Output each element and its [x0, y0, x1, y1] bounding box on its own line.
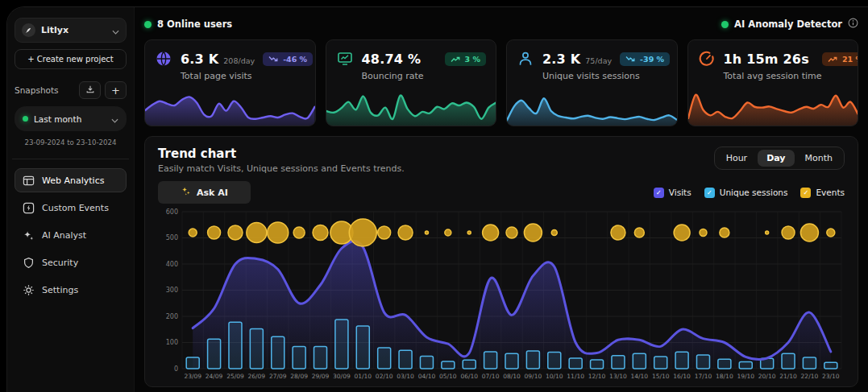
sidebar-item-settings[interactable]: Settings	[15, 278, 127, 302]
lightning-icon	[22, 201, 35, 214]
svg-text:03/10: 03/10	[397, 373, 414, 380]
chevron-down-icon	[111, 111, 118, 126]
legend-events[interactable]: ✓Events	[800, 188, 845, 198]
trend-up-icon	[828, 56, 838, 63]
ai-sparkle-icon	[181, 186, 191, 199]
svg-text:24/09: 24/09	[206, 373, 223, 380]
svg-text:23/09: 23/09	[184, 373, 201, 380]
svg-text:06/10: 06/10	[460, 373, 478, 380]
trend-up-icon	[451, 56, 461, 63]
snapshot-select[interactable]: Last month	[15, 106, 127, 131]
gear-icon	[22, 283, 35, 296]
trend-chart-title: Trend chart	[158, 146, 405, 161]
sparkline-chart	[688, 84, 858, 126]
svg-text:12/10: 12/10	[588, 373, 606, 380]
snapshots-label: Snapshots	[15, 85, 75, 95]
svg-text:07/10: 07/10	[482, 373, 500, 380]
download-icon	[85, 85, 95, 96]
chart-legend: ✓Visits ✓Unique sessions ✓Events	[654, 188, 845, 198]
svg-text:20/10: 20/10	[758, 373, 776, 380]
monitor-icon	[336, 50, 354, 68]
trend-badge: 21 %	[822, 52, 858, 66]
svg-text:13/10: 13/10	[609, 373, 627, 380]
svg-text:25/09: 25/09	[226, 373, 244, 380]
stat-label: Unique visits sessions	[542, 71, 667, 81]
sidebar-item-label: Web Analytics	[42, 175, 104, 186]
trend-badge: -46 %	[263, 52, 313, 66]
stat-label: Total avg session time	[724, 71, 849, 81]
stat-value: 1h 15m 26s	[724, 52, 809, 67]
main-content: 8 Online users AI Anomaly Detector 6.3 K…	[135, 7, 868, 392]
info-icon[interactable]	[848, 18, 858, 31]
create-project-button[interactable]: + Create new project	[15, 49, 127, 69]
stat-rate: 208/day	[223, 56, 255, 65]
checkbox-icon: ✓	[654, 188, 664, 198]
stat-rate: 75/day	[585, 56, 612, 65]
svg-text:05/10: 05/10	[439, 373, 457, 380]
stat-value: 2.3 K	[542, 52, 580, 67]
checkbox-icon: ✓	[704, 188, 715, 198]
legend-visits[interactable]: ✓Visits	[654, 188, 691, 198]
sidebar-item-label: AI Analyst	[42, 230, 86, 241]
sidebar-item-label: Security	[42, 258, 78, 268]
svg-text:02/10: 02/10	[376, 373, 393, 380]
stat-label: Bouncing rate	[362, 71, 487, 81]
sparkline-chart	[145, 84, 315, 126]
svg-text:100: 100	[166, 339, 178, 346]
svg-text:21/10: 21/10	[779, 373, 797, 380]
trend-chart-subtitle: Easily match Visits, Unique sessions and…	[158, 163, 405, 174]
sidebar-item-ai-analyst[interactable]: AI Analyst	[15, 223, 127, 247]
online-dot-icon	[144, 21, 152, 28]
topbar: 8 Online users AI Anomaly Detector	[144, 17, 858, 31]
online-users: 8 Online users	[144, 19, 232, 30]
stat-cards-row: 6.3 K208/day -46 % Total page visits 48.…	[144, 39, 858, 126]
svg-text:09/10: 09/10	[525, 373, 542, 380]
stat-card-bouncing-rate: 48.74 % 3 % Bouncing rate	[326, 39, 497, 126]
shield-icon	[22, 256, 35, 269]
plus-icon: +	[111, 85, 120, 96]
svg-text:200: 200	[166, 313, 178, 320]
project-selector[interactable]: Litlyx	[15, 18, 127, 43]
svg-text:16/10: 16/10	[673, 373, 691, 380]
svg-text:27/09: 27/09	[269, 373, 287, 380]
trend-chart-card: Trend chart Easily match Visits, Unique …	[144, 136, 858, 387]
sidebar-item-web-analytics[interactable]: Web Analytics	[15, 168, 127, 192]
sidebar-item-security[interactable]: Security	[15, 250, 127, 274]
anomaly-dot-icon	[721, 21, 729, 28]
svg-text:11/10: 11/10	[567, 373, 584, 380]
ask-ai-button[interactable]: Ask AI	[158, 181, 251, 204]
tab-month[interactable]: Month	[796, 150, 841, 167]
svg-text:0: 0	[174, 365, 178, 373]
svg-text:17/10: 17/10	[695, 373, 712, 380]
tab-hour[interactable]: Hour	[717, 150, 757, 167]
browser-icon	[22, 174, 35, 187]
checkbox-icon: ✓	[800, 188, 811, 198]
legend-unique-sessions[interactable]: ✓Unique sessions	[704, 188, 788, 198]
trend-down-icon	[268, 56, 279, 63]
stat-label: Total page visits	[181, 71, 305, 81]
chevron-down-icon	[112, 23, 119, 38]
trend-chart-area: 010020030040050060023/0924/0925/0926/092…	[158, 208, 845, 382]
stat-card-total-page-visits: 6.3 K208/day -46 % Total page visits	[144, 39, 316, 126]
trend-down-icon	[625, 56, 636, 63]
stat-card-unique-sessions: 2.3 K75/day -39 % Unique visits sessions	[506, 39, 678, 126]
export-snapshot-button[interactable]	[79, 81, 101, 99]
tab-day[interactable]: Day	[758, 150, 794, 167]
svg-text:600: 600	[166, 208, 178, 216]
svg-text:28/09: 28/09	[290, 373, 308, 380]
svg-text:19/10: 19/10	[737, 373, 754, 380]
sparkles-icon	[22, 229, 35, 241]
sidebar-nav: Web Analytics Custom Events AI Analyst S…	[15, 168, 127, 302]
granularity-tabs: Hour Day Month	[714, 146, 845, 170]
add-snapshot-button[interactable]: +	[105, 81, 127, 99]
sidebar-divider	[12, 159, 129, 159]
svg-text:04/10: 04/10	[418, 373, 436, 380]
svg-text:18/10: 18/10	[716, 373, 733, 380]
svg-text:23/10: 23/10	[822, 373, 840, 380]
svg-text:08/10: 08/10	[503, 373, 521, 380]
sidebar-item-custom-events[interactable]: Custom Events	[15, 196, 127, 220]
litlyx-logo-icon	[22, 23, 35, 37]
sparkline-chart	[326, 84, 496, 126]
trend-chart-svg[interactable]: 010020030040050060023/0924/0925/0926/092…	[158, 208, 845, 382]
snapshot-date-range: 23-09-2024 to 23-10-2024	[15, 138, 127, 146]
